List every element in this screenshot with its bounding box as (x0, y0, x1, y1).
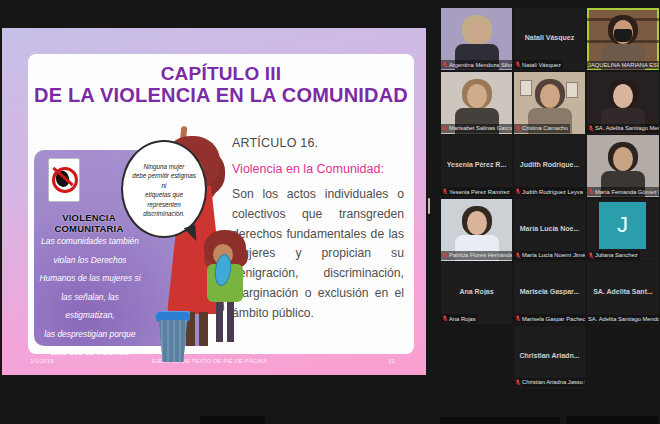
participant-tile[interactable]: María Lucía Noe... María Lucía Noemí Jim… (514, 199, 585, 261)
participant-tile[interactable]: Judith Rodrigue... Judith Rodríguez Leyv… (514, 135, 585, 197)
muted-mic-icon (515, 379, 521, 386)
participant-name-label: Yesenia Pérez Ramírez (441, 187, 512, 196)
muted-mic-icon (515, 315, 521, 322)
muted-mic-icon (515, 252, 521, 259)
wall-frame (566, 82, 578, 98)
text-line: discriminación. (130, 209, 198, 218)
muted-mic-icon (442, 315, 448, 322)
participant-name: Natali Vásquez (522, 62, 561, 68)
participant-name: Cristina Camacho (522, 125, 568, 131)
person-head (613, 147, 633, 171)
muted-mic-icon (515, 125, 521, 132)
participant-name: Ana Rojas (449, 316, 476, 322)
muted-mic-icon (588, 125, 594, 132)
slide-title-line1: CAPÍTULO III (28, 63, 414, 84)
participant-name-label: Natali Vásquez (514, 60, 563, 69)
participant-name-center: María Lucía Noe... (516, 225, 583, 232)
text-line: debe permitir estigmas ni (130, 171, 198, 190)
muted-mic-icon (588, 188, 594, 195)
muted-mic-icon (588, 252, 594, 259)
participant-tile[interactable]: SA. Adelita Santiago Mendo... (587, 72, 659, 134)
participant-tile[interactable]: Argentina Mendoza Silva (441, 8, 512, 70)
participant-name-label: Marisabet Salinas García (441, 124, 512, 133)
participant-name-label: Juliana Sanchez (587, 251, 640, 260)
participant-tile[interactable]: Yesenia Pérez R... Yesenia Pérez Ramírez (441, 135, 512, 197)
shared-screen-slide: CAPÍTULO III DE LA VIOLENCIA EN LA COMUN… (2, 28, 426, 375)
participant-name-center: Natali Vásquez (516, 34, 583, 41)
text-line: violan los Derechos (36, 251, 144, 270)
slide-title-line2: DE LA VIOLENCIA EN LA COMUNIDAD (28, 84, 414, 106)
participant-tile[interactable]: Cristina Camacho (514, 72, 585, 134)
person-head (540, 84, 560, 108)
participant-name: SA. Adelita Santiago Mendoza (588, 316, 659, 322)
participant-name-label: Christian Ariadna Jasso Ramí... (514, 378, 585, 387)
participant-name-label: Marisela Gaspar Pacheco (514, 314, 585, 323)
person-head (467, 84, 487, 108)
participant-name: Judith Rodríguez Leyva (522, 189, 583, 195)
participant-name: María Lucía Noemí Jiménez M... (522, 252, 585, 258)
person-head (467, 211, 487, 235)
participant-tile[interactable]: JAQUELINA MARIANA ESCAMILL (587, 8, 659, 70)
participant-name-label: María Lucía Noemí Jiménez M... (514, 251, 585, 260)
participant-name-label: SA. Adelita Santiago Mendo... (587, 124, 659, 133)
muted-mic-icon (442, 188, 448, 195)
slide-footer-date: 1/1/2019 (30, 358, 53, 364)
participant-tile[interactable]: Christian Ariadn... Christian Ariadna Ja… (514, 326, 585, 388)
participant-tile[interactable]: Marisela Gaspar... Marisela Gaspar Pache… (514, 262, 585, 324)
participant-tile[interactable]: J Juliana Sanchez (587, 199, 659, 261)
participant-name-label: María Fernanda Gómez Ram... (587, 187, 659, 196)
prohibition-sign-icon (48, 158, 80, 202)
muted-mic-icon (442, 252, 448, 259)
muted-mic-icon (515, 188, 521, 195)
panel-body-text: Las comunidades tambiénviolan los Derech… (36, 232, 144, 362)
muted-mic-icon (442, 125, 448, 132)
participant-name-label: JAQUELINA MARIANA ESCAMILL (587, 61, 659, 69)
participant-name: Patricia Flores Hernández (449, 252, 512, 258)
text-line: Humanos de las mujeres si (36, 269, 144, 288)
participant-tile[interactable]: Marisabet Salinas García (441, 72, 512, 134)
participant-name: Yesenia Pérez Ramírez (449, 189, 510, 195)
toolbar-remnant (200, 416, 265, 424)
article-block: ARTÍCULO 16. Violencia en la Comunidad: … (232, 136, 404, 323)
participant-tile[interactable]: Ana Rojas Ana Rojas (441, 262, 512, 324)
participant-name-center: Yesenia Pérez R... (443, 161, 510, 168)
speech-bubble: Ninguna mujerdebe permitir estigmas niet… (121, 140, 207, 238)
participant-name: Marisabet Salinas García (449, 125, 512, 131)
participant-name: SA. Adelita Santiago Mendo... (595, 125, 659, 131)
participant-name: JAQUELINA MARIANA ESCAMILL (588, 62, 659, 68)
text-line: Las comunidades también (36, 232, 144, 251)
toolbar-remnant (566, 416, 658, 424)
participant-tile[interactable]: SA. Adelita Sant...SA. Adelita Santiago … (587, 262, 659, 324)
participant-name: Christian Ariadna Jasso Ramí... (522, 379, 585, 385)
wall-frame (520, 80, 532, 96)
avatar: J (599, 202, 646, 249)
person-head (613, 84, 633, 108)
participant-name: Argentina Mendoza Silva (449, 62, 512, 68)
participant-name-label: Cristina Camacho (514, 124, 570, 133)
speech-bubble-text: Ninguna mujerdebe permitir estigmas niet… (130, 162, 198, 219)
participant-name-center: Ana Rojas (443, 288, 510, 295)
toolbar-remnant (440, 417, 560, 424)
text-line: Ninguna mujer (130, 162, 198, 171)
participant-name-center: Christian Ariadn... (516, 352, 583, 359)
illustration-trash-can (157, 320, 189, 362)
participant-name: Marisela Gaspar Pacheco (522, 316, 585, 322)
participant-name-label: Patricia Flores Hernández (441, 251, 512, 260)
participant-tile[interactable]: Patricia Flores Hernández (441, 199, 512, 261)
panel-splitter-handle[interactable] (428, 198, 430, 214)
participant-tile[interactable]: María Fernanda Gómez Ram... (587, 135, 659, 197)
person-head (467, 20, 487, 44)
slide-footer-page-number: 13 (388, 358, 395, 364)
text-line: las señalan, las estigmatizan, (36, 288, 144, 325)
face-mask (614, 29, 632, 42)
text-line: etiquetas que representen (130, 190, 198, 209)
article-heading: ARTÍCULO 16. (232, 136, 404, 150)
text-line: las desprestigian porque (36, 325, 144, 344)
participant-tile[interactable]: Natali Vásquez Natali Vásquez (514, 8, 585, 70)
slide-content-card: CAPÍTULO III DE LA VIOLENCIA EN LA COMUN… (28, 54, 414, 354)
meeting-window: CAPÍTULO III DE LA VIOLENCIA EN LA COMUN… (0, 0, 660, 424)
article-subheading: Violencia en la Comunidad: (232, 162, 404, 176)
participant-name: María Fernanda Gómez Ram... (595, 189, 659, 195)
participant-name-label: Judith Rodríguez Leyva (514, 187, 585, 196)
participant-name-center: Marisela Gaspar... (516, 288, 583, 295)
